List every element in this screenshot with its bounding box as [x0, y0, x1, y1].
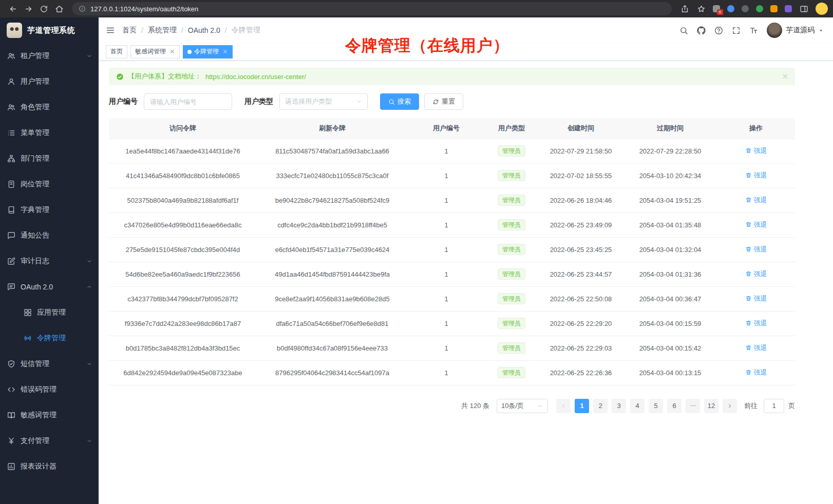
browser-reload-icon[interactable] — [36, 1, 51, 16]
sidebar-item-error-code[interactable]: 错误码管理 — [0, 377, 99, 402]
sidebar-item-oauth2-token[interactable]: 令牌管理 — [0, 325, 99, 351]
page-size-select[interactable]: 10条/页 — [497, 399, 548, 413]
cell-refresh-token: 8796295f04064c2983414cc54af1097a — [257, 360, 408, 385]
page-button-12[interactable]: 12 — [704, 399, 718, 413]
sidebar-item-oauth2-app[interactable]: 应用管理 — [0, 300, 99, 325]
bookmark-star-icon[interactable] — [693, 1, 709, 16]
sidebar-item-post[interactable]: 岗位管理 — [0, 171, 99, 197]
search-icon — [388, 99, 395, 105]
user-type-badge: 管理员 — [498, 244, 525, 255]
user-type-badge: 管理员 — [498, 342, 525, 354]
browser-home-icon[interactable] — [51, 1, 67, 16]
sidebar-item-user[interactable]: 用户管理 — [0, 69, 99, 94]
page-button-1[interactable]: 1 — [575, 399, 589, 413]
font-size-icon[interactable] — [749, 26, 758, 35]
sidebar-toggle-icon[interactable] — [106, 26, 115, 35]
tab-close-icon[interactable] — [169, 49, 175, 54]
sidebar-item-sms[interactable]: 短信管理 — [0, 351, 99, 377]
sidebar-item-oauth2[interactable]: OAuth 2.0 — [0, 274, 99, 300]
table-row: 6d842e2924594de9a09e45e087323abe8796295f… — [109, 360, 795, 385]
github-icon[interactable] — [697, 26, 706, 35]
main-area: 首页/系统管理/OAuth 2.0/令牌管理 芋道源码 首页敏感词管理令牌管理 … — [99, 17, 833, 504]
search-button[interactable]: 搜索 — [380, 93, 419, 110]
tab-sensitive-word[interactable]: 敏感词管理 — [130, 45, 180, 59]
force-logout-button[interactable]: 强退 — [745, 368, 767, 377]
user-type-select[interactable]: 请选择用户类型 — [279, 93, 368, 110]
browser-back-icon[interactable] — [5, 1, 21, 16]
tab-close-icon[interactable] — [222, 49, 228, 54]
users-icon — [7, 52, 15, 60]
cell-action: 强退 — [717, 139, 795, 163]
tab-token[interactable]: 令牌管理 — [183, 45, 233, 59]
breadcrumb-item[interactable]: 首页 — [122, 26, 137, 35]
app-logo[interactable]: 芋道管理系统 — [0, 17, 99, 43]
goto-page-input[interactable] — [764, 399, 784, 413]
sidebar-item-sensitive-word[interactable]: 敏感词管理 — [0, 402, 99, 428]
force-logout-button[interactable]: 强退 — [745, 319, 767, 328]
prev-page-button[interactable] — [556, 399, 571, 413]
trash-icon — [745, 197, 752, 203]
column-header: 创建时间 — [538, 118, 623, 139]
badge-icon — [7, 180, 15, 188]
table-row: 502375b8040a469a9b82188afdf6af1fbe90422b… — [109, 188, 795, 212]
page-button-5[interactable]: 5 — [649, 399, 663, 413]
extension-icon[interactable] — [767, 2, 781, 15]
column-header: 访问令牌 — [109, 118, 257, 139]
user-menu[interactable]: 芋道源码 — [767, 23, 824, 38]
sidebar-item-dict[interactable]: 字典管理 — [0, 197, 99, 223]
sidebar-item-pay[interactable]: 支付管理 — [0, 428, 99, 454]
fullscreen-icon[interactable] — [732, 26, 741, 35]
extension-icon[interactable]: 0 — [710, 2, 723, 15]
force-logout-button[interactable]: 强退 — [745, 146, 767, 156]
side-panel-icon[interactable] — [796, 1, 811, 16]
browser-profile-avatar[interactable] — [816, 3, 828, 15]
page-button-3[interactable]: 3 — [612, 399, 626, 413]
table-row: 1ea5e44f8bc1467aaede43144f31de76811c5304… — [109, 139, 795, 163]
force-logout-button[interactable]: 强退 — [745, 220, 767, 229]
address-bar[interactable]: 127.0.0.1:1024/system/oauth2/token — [72, 2, 672, 15]
sidebar-item-dept[interactable]: 部门管理 — [0, 146, 99, 171]
navbar-left: 首页/系统管理/OAuth 2.0/令牌管理 — [106, 26, 260, 35]
sidebar-item-report-designer[interactable]: 报表设计器 — [0, 454, 99, 479]
cell-user-id: 1 — [408, 262, 485, 286]
help-icon[interactable] — [714, 26, 723, 35]
tab-home[interactable]: 首页 — [106, 45, 127, 59]
cell-create-time: 2022-06-25 22:29:20 — [538, 311, 623, 336]
list-icon — [7, 129, 15, 137]
sidebar-item-role[interactable]: 角色管理 — [0, 94, 99, 120]
reset-button[interactable]: 重置 — [424, 93, 463, 110]
site-info-icon[interactable] — [77, 4, 87, 14]
force-logout-button[interactable]: 强退 — [745, 294, 767, 303]
page-button-2[interactable]: 2 — [593, 399, 608, 413]
trash-icon — [745, 320, 752, 326]
sidebar-item-tenant[interactable]: 租户管理 — [0, 43, 99, 69]
cell-create-time: 2022-06-25 22:26:36 — [538, 360, 623, 385]
force-logout-button[interactable]: 强退 — [745, 245, 767, 254]
alert-close-icon[interactable] — [782, 73, 789, 80]
extension-icon[interactable] — [739, 2, 752, 15]
breadcrumb-item[interactable]: OAuth 2.0 — [188, 26, 220, 34]
sidebar-item-notice[interactable]: 通知公告 — [0, 223, 99, 248]
force-logout-button[interactable]: 强退 — [745, 196, 767, 205]
force-logout-button[interactable]: 强退 — [745, 343, 767, 353]
sidebar-item-audit-log[interactable]: 审计日志 — [0, 248, 99, 274]
share-icon[interactable] — [677, 1, 692, 16]
table-row: c347026e805e4d99b0d116eae66eda8ccdfc4ce9… — [109, 212, 795, 237]
next-page-button[interactable] — [723, 399, 737, 413]
force-logout-button[interactable]: 强退 — [745, 269, 767, 279]
browser-forward-icon[interactable] — [21, 1, 36, 16]
search-icon[interactable] — [679, 26, 688, 35]
breadcrumb-separator: / — [225, 26, 227, 34]
pager-more-button[interactable] — [686, 399, 700, 413]
extension-icon[interactable] — [753, 2, 766, 15]
user-id-input[interactable] — [144, 93, 232, 110]
extension-icon[interactable] — [782, 2, 795, 15]
force-logout-button[interactable]: 强退 — [745, 171, 767, 180]
page-button-4[interactable]: 4 — [630, 399, 645, 413]
extension-icon[interactable] — [724, 2, 737, 15]
sidebar-item-menu[interactable]: 菜单管理 — [0, 120, 99, 146]
cell-access-token: 6d842e2924594de9a09e45e087323abe — [109, 360, 257, 385]
breadcrumb-item[interactable]: 系统管理 — [148, 26, 177, 35]
alert-doc-link[interactable]: https://doc.iocoder.cn/user-center/ — [205, 73, 306, 81]
page-button-6[interactable]: 6 — [667, 399, 681, 413]
